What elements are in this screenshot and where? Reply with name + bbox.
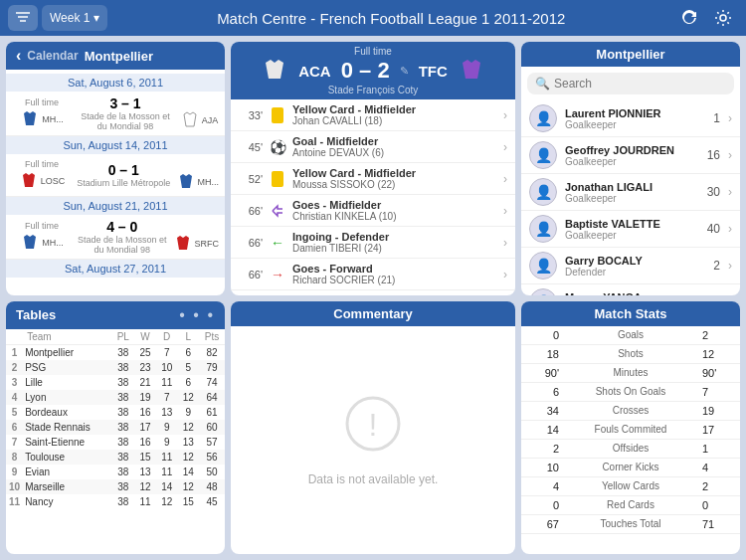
pts-cell: 56	[199, 450, 225, 465]
table-row[interactable]: 7 Saint-Etienne 38 16 9 13 57	[6, 435, 225, 450]
table-row[interactable]: 2 PSG 38 23 10 5 79	[6, 360, 225, 375]
table-row[interactable]: 10 Marseille 38 12 14 12 48	[6, 479, 225, 494]
stats-away-val: 71	[702, 518, 732, 530]
squad-header: Montpellier	[521, 42, 740, 67]
pl-cell: 38	[111, 344, 134, 360]
match-panel: Full time ACA 0 – 2 ✎ TFC Stade François…	[231, 42, 515, 295]
stats-row: 34 Crosses 19	[521, 402, 740, 421]
team-name-cell: Lyon	[23, 390, 111, 405]
col-pts: Pts	[199, 329, 225, 345]
player-avatar-3: 👤	[529, 178, 557, 206]
match-events: 33' Yellow Card - Midfielder Johan CAVAL…	[231, 99, 515, 295]
table-row[interactable]: 5 Bordeaux 38 16 13 9 61	[6, 405, 225, 420]
event-row-6[interactable]: 66' → Goes - Forward Richard SOCRIER (21…	[231, 259, 515, 290]
table-row[interactable]: 6 Stade Rennais 38 17 9 12 60	[6, 420, 225, 435]
commentary-body: ! Data is not available yet.	[231, 326, 515, 555]
player-chevron-1: ›	[728, 111, 732, 125]
match-stats-panel: Match Stats 0 Goals 2 18 Shots 12 90' Mi…	[521, 301, 740, 555]
top-bar-right-buttons	[674, 5, 738, 31]
settings-button[interactable]	[708, 5, 738, 31]
rank-cell: 8	[6, 450, 23, 465]
team-name-cell: Montpellier	[23, 344, 111, 360]
w-cell: 12	[134, 479, 156, 494]
player-number-3: 30	[707, 185, 720, 199]
svg-point-3	[720, 15, 726, 21]
event-row-4[interactable]: 66' Goes - Midfielder Christian KINKELA …	[231, 195, 515, 227]
w-cell: 15	[134, 450, 156, 465]
cal-date-3: Sun, August 21, 2011	[6, 197, 225, 215]
cal-date-2: Sun, August 14, 2011	[6, 136, 225, 154]
event-min-3: 52'	[239, 173, 263, 185]
refresh-button[interactable]	[674, 5, 704, 31]
pl-cell: 38	[111, 405, 134, 420]
table-row[interactable]: 8 Toulouse 38 15 11 12 56	[6, 450, 225, 465]
rank-cell: 3	[6, 375, 23, 390]
cal-match-1[interactable]: Full time MH... 3 – 1 Stade de la Mosson…	[6, 92, 225, 136]
week-dropdown[interactable]: Week 1 ▾	[42, 5, 107, 31]
player-chevron-3: ›	[728, 185, 732, 199]
table-row[interactable]: 11 Nancy 38 11 12 15 45	[6, 494, 225, 509]
cal-match-3[interactable]: Full time MH... 4 – 0 Stade de la Mosson…	[6, 215, 225, 260]
search-input[interactable]	[554, 77, 726, 91]
stats-label: Touches Total	[559, 518, 702, 529]
score-edit-icon: ✎	[400, 65, 409, 78]
l-cell: 9	[178, 405, 200, 420]
exclamation-circle-icon: !	[343, 394, 403, 454]
tables-panel: Tables • • • Team PL W D L Pts	[6, 301, 225, 555]
player-row-6[interactable]: 👤 Mapou YANGA Defender 3 ›	[521, 284, 740, 295]
stats-content: 0 Goals 2 18 Shots 12 90' Minutes 90' 6 …	[521, 326, 740, 555]
chevron-right-icon-5: ›	[503, 236, 507, 250]
stats-home-val: 6	[529, 386, 559, 398]
event-row-5[interactable]: 66' ← Ingoing - Defender Damien TIBERI (…	[231, 227, 515, 259]
stats-row: 6 Shots On Goals 7	[521, 383, 740, 402]
stats-row: 18 Shots 12	[521, 345, 740, 364]
pl-cell: 38	[111, 375, 134, 390]
player-row-3[interactable]: 👤 Jonathan LIGALI Goalkeeper 30 ›	[521, 174, 740, 211]
event-desc-6: Goes - Forward Richard SOCRIER (21)	[292, 263, 497, 285]
score-separator: –	[359, 58, 377, 83]
cal-match-2[interactable]: Full time LOSC 0 – 1 Stadium Lille Métro…	[6, 154, 225, 197]
stats-home-val: 67	[529, 518, 559, 530]
tables-title: Tables	[16, 307, 56, 322]
player-number-2: 16	[707, 148, 720, 162]
event-row-1[interactable]: 33' Yellow Card - Midfielder Johan CAVAL…	[231, 99, 515, 131]
l-cell: 6	[178, 375, 200, 390]
table-row[interactable]: 4 Lyon 38 19 7 12 64	[6, 390, 225, 405]
stats-away-val: 2	[702, 480, 732, 492]
stats-away-val: 19	[702, 405, 732, 417]
event-desc-1: Yellow Card - Midfielder Johan CAVALLI (…	[292, 103, 497, 126]
event-row-2[interactable]: 45' ⚽ Goal - Midfielder Antoine DEVAUX (…	[231, 131, 515, 163]
l-cell: 12	[178, 420, 200, 435]
table-row[interactable]: 3 Lille 38 21 11 6 74	[6, 375, 225, 390]
event-desc-5: Ingoing - Defender Damien TIBERI (24)	[292, 231, 497, 254]
search-box: 🔍	[527, 73, 734, 94]
player-chevron-5: ›	[728, 259, 732, 273]
event-row-3[interactable]: 52' Yellow Card - Midfielder Moussa SISS…	[231, 163, 515, 195]
chevron-right-icon-2: ›	[503, 140, 507, 154]
player-info-1: Laurent PIONNIER Goalkeeper	[565, 107, 705, 130]
stats-row: 4 Yellow Cards 2	[521, 477, 740, 496]
pl-cell: 38	[111, 465, 134, 479]
table-row[interactable]: 1 Montpellier 38 25 7 6 82	[6, 344, 225, 360]
table-row[interactable]: 9 Evian 38 13 11 14 50	[6, 465, 225, 479]
player-name-5: Garry BOCALY	[565, 255, 705, 267]
stats-home-val: 18	[529, 348, 559, 360]
d-cell: 11	[156, 465, 178, 479]
stats-away-val: 1	[702, 443, 732, 455]
back-arrow-icon[interactable]: ‹	[16, 47, 21, 65]
player-row-4[interactable]: 👤 Baptiste VALETTE Goalkeeper 40 ›	[521, 211, 740, 248]
chevron-right-icon-3: ›	[503, 172, 507, 186]
stats-away-val: 7	[702, 386, 732, 398]
pl-cell: 38	[111, 360, 134, 375]
filter-button[interactable]	[8, 5, 38, 31]
match-home-team: ACA	[298, 63, 331, 80]
stats-label: Fouls Commited	[559, 424, 702, 435]
stats-label: Minutes	[559, 367, 702, 378]
player-row-1[interactable]: 👤 Laurent PIONNIER Goalkeeper 1 ›	[521, 100, 740, 137]
search-icon: 🔍	[535, 77, 550, 91]
stats-home-val: 0	[529, 329, 559, 341]
match-score: 0 – 2	[341, 58, 390, 84]
player-row-2[interactable]: 👤 Geoffrey JOURDREN Goalkeeper 16 ›	[521, 137, 740, 174]
player-row-5[interactable]: 👤 Garry BOCALY Defender 2 ›	[521, 248, 740, 284]
d-cell: 7	[156, 390, 178, 405]
